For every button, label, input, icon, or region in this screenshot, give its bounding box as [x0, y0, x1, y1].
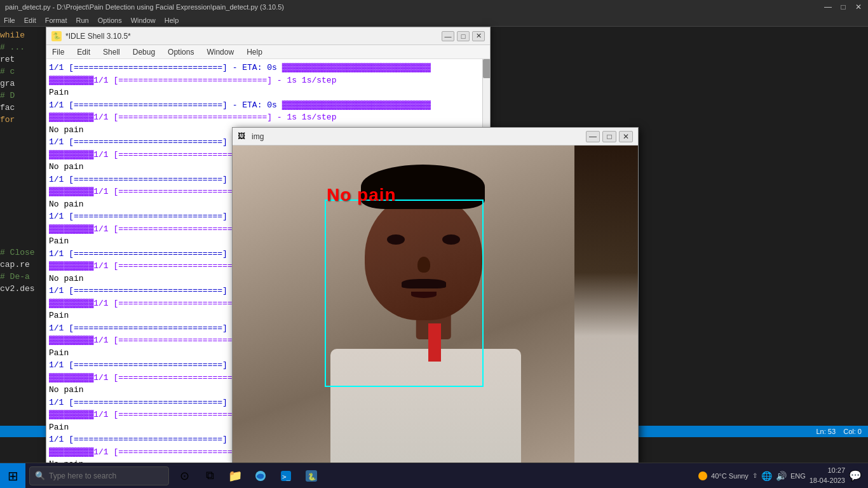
code-menubar: File Edit Format Run Options Window Help — [0, 14, 868, 27]
img-close-button[interactable]: ✕ — [619, 131, 633, 142]
img-minimize-button[interactable]: — — [586, 131, 600, 142]
code-close-button[interactable]: ✕ — [854, 3, 863, 11]
taskbar-icon-cortana[interactable]: ⊙ — [173, 464, 196, 487]
code-text-cv2: cv2.des — [0, 284, 35, 294]
idle-menu-options[interactable]: Options — [166, 47, 196, 57]
code-text-comment3: # D — [0, 91, 15, 100]
taskbar-clock: 10:27 18-04-2023 — [810, 466, 845, 485]
code-menu-edit[interactable]: Edit — [24, 17, 36, 24]
taskbar-icon-edge[interactable] — [249, 464, 272, 487]
code-text-fac: fac — [0, 103, 15, 112]
code-editor-titlebar: pain_detect.py - D:\Project\Pain Detecti… — [0, 0, 868, 14]
idle-menu-window[interactable]: Window — [205, 47, 236, 57]
notification-icon[interactable]: 💬 — [849, 470, 862, 482]
idle-titlebar: 🐍 *IDLE Shell 3.10.5* — □ ✕ — [46, 27, 490, 45]
code-text-ret: ret — [0, 55, 15, 64]
idle-title: *IDLE Shell 3.10.5* — [65, 32, 438, 41]
idle-maximize-button[interactable]: □ — [457, 31, 470, 41]
taskbar-search-box[interactable]: 🔍 — [29, 466, 169, 485]
code-text-comment1: # ... — [0, 43, 25, 52]
img-titlebar: 🖼 img — □ ✕ — [233, 128, 638, 146]
shell-line-3: 1/1 [==============================] - E… — [49, 99, 487, 112]
shell-line-2: ▓▓▓▓▓▓▓▓▓1/1 [==========================… — [49, 74, 487, 87]
img-maximize-button[interactable]: □ — [602, 131, 616, 142]
code-text-cap: cap.re — [0, 260, 30, 269]
search-input[interactable] — [49, 471, 163, 480]
img-window: 🖼 img — □ ✕ — [232, 127, 639, 464]
svg-text:🐍: 🐍 — [308, 472, 316, 481]
idle-menu-shell[interactable]: Shell — [101, 47, 122, 57]
idle-win-buttons: — □ ✕ — [442, 31, 485, 41]
status-col: Col: 0 — [843, 428, 862, 435]
img-content: No pain — [233, 146, 638, 463]
code-maximize-button[interactable]: □ — [839, 3, 848, 11]
shell-line-4: ▓▓▓▓▓▓▓▓▓1/1 [==========================… — [49, 111, 487, 124]
code-menu-run[interactable]: Run — [76, 17, 89, 24]
code-text-while: while — [0, 30, 25, 40]
shell-line-1: 1/1 [==============================] - E… — [49, 62, 487, 74]
no-pain-label: No pain — [327, 185, 397, 205]
code-text-gra: gra — [0, 79, 15, 88]
face-detection-box — [325, 200, 484, 387]
tray-network[interactable]: 🌐 — [761, 471, 772, 481]
taskbar-app-icons: ⊙ ⧉ 📁 >_ 🐍 — [173, 464, 323, 487]
taskbar-icon-explorer[interactable]: 📁 — [224, 464, 247, 487]
desktop: pain_detect.py - D:\Project\Pain Detecti… — [0, 0, 868, 488]
status-ln-col: Ln: 53 Col: 0 — [816, 428, 862, 435]
idle-menu-file[interactable]: File — [50, 47, 66, 57]
start-icon: ⊞ — [8, 468, 18, 484]
idle-scrollthumb[interactable] — [483, 59, 490, 78]
svg-text:>_: >_ — [282, 473, 291, 481]
img-icon: 🖼 — [238, 132, 248, 142]
second-person — [574, 146, 638, 463]
code-text-for: for — [0, 115, 15, 125]
shell-result-1: Pain — [49, 86, 487, 99]
code-text-deal: # De-a — [0, 272, 30, 281]
taskbar-right: 40°C Sunny ⇧ 🌐 🔊 ENG 10:27 18-04-2023 💬 — [698, 466, 868, 485]
img-title: img — [252, 132, 582, 141]
status-ln: Ln: 53 — [816, 428, 836, 435]
idle-minimize-button[interactable]: — — [442, 31, 454, 41]
code-text-close: # Close — [0, 248, 35, 257]
code-text-comment2: # c — [0, 67, 15, 76]
idle-menu-debug[interactable]: Debug — [131, 47, 157, 57]
taskbar-icon-vscode[interactable]: >_ — [275, 464, 297, 487]
code-menu-format[interactable]: Format — [45, 17, 67, 24]
taskbar: ⊞ 🔍 ⊙ ⧉ 📁 >_ — [0, 463, 868, 488]
weather-icon — [698, 471, 707, 480]
idle-menubar: File Edit Shell Debug Options Window Hel… — [46, 45, 490, 59]
code-menu-window[interactable]: Window — [131, 17, 156, 24]
tray-chevron[interactable]: ⇧ — [752, 472, 757, 479]
code-menu-file[interactable]: File — [4, 17, 15, 24]
idle-close-button[interactable]: ✕ — [472, 31, 485, 41]
search-icon: 🔍 — [35, 471, 45, 480]
code-menu-help[interactable]: Help — [165, 17, 179, 24]
code-editor-title: pain_detect.py - D:\Project\Pain Detecti… — [5, 3, 817, 11]
code-menu-options[interactable]: Options — [98, 17, 122, 24]
idle-menu-edit[interactable]: Edit — [75, 47, 92, 57]
lang-badge: ENG — [790, 472, 806, 480]
code-minimize-button[interactable]: — — [824, 3, 832, 11]
start-button[interactable]: ⊞ — [0, 463, 25, 489]
idle-icon: 🐍 — [51, 31, 62, 41]
idle-menu-help[interactable]: Help — [245, 47, 264, 57]
img-win-buttons: — □ ✕ — [586, 131, 633, 142]
weather-text: 40°C Sunny — [711, 472, 749, 480]
taskbar-date-display: 18-04-2023 — [810, 476, 845, 485]
taskbar-time-display: 10:27 — [810, 466, 845, 475]
tray-speaker[interactable]: 🔊 — [776, 471, 787, 481]
taskbar-icon-python[interactable]: 🐍 — [300, 464, 323, 487]
taskbar-icon-multitask[interactable]: ⧉ — [198, 464, 221, 487]
